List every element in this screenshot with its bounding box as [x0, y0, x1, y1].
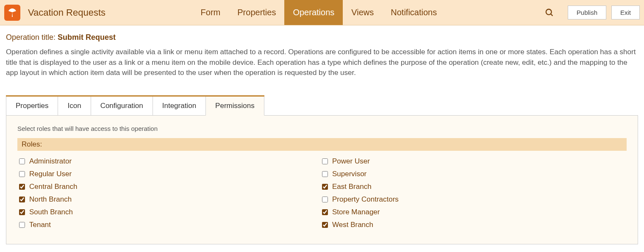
- role-label[interactable]: Central Branch: [29, 183, 77, 191]
- roles-column-right: Power UserSupervisorEast BranchProperty …: [322, 155, 625, 231]
- publish-button[interactable]: Publish: [568, 6, 606, 19]
- content-area: Operation title: Submit Request Operatio…: [0, 25, 644, 244]
- role-checkbox[interactable]: [19, 158, 25, 164]
- role-checkbox[interactable]: [19, 197, 25, 202]
- role-label[interactable]: West Branch: [332, 221, 373, 229]
- role-item: Property Contractors: [322, 193, 625, 206]
- role-item: Central Branch: [19, 180, 322, 193]
- role-item: West Branch: [322, 219, 625, 231]
- role-checkbox[interactable]: [19, 222, 25, 228]
- role-checkbox[interactable]: [322, 209, 328, 215]
- role-label[interactable]: Supervisor: [332, 170, 366, 178]
- subtab-properties[interactable]: Properties: [6, 97, 58, 116]
- permissions-instruction: Select roles that will have access to th…: [17, 125, 627, 132]
- role-label[interactable]: Administrator: [29, 157, 72, 166]
- role-item: Supervisor: [322, 168, 625, 180]
- operation-title-prefix: Operation title:: [6, 33, 58, 42]
- sub-tabs: PropertiesIconConfigurationIntegrationPe…: [6, 97, 264, 116]
- nav-tab-notifications[interactable]: Notifications: [382, 0, 445, 25]
- roles-grid: AdministratorRegular UserCentral BranchN…: [17, 155, 627, 231]
- role-label[interactable]: Tenant: [29, 221, 51, 229]
- role-item: South Branch: [19, 206, 322, 219]
- app-title: Vacation Requests: [28, 7, 105, 18]
- role-label[interactable]: Power User: [332, 157, 370, 166]
- nav-tab-properties[interactable]: Properties: [229, 0, 284, 25]
- role-checkbox[interactable]: [322, 171, 328, 177]
- nav-tab-form[interactable]: Form: [192, 0, 229, 25]
- svg-line-1: [551, 14, 553, 16]
- topbar-actions: Publish Exit: [545, 6, 640, 19]
- subtab-configuration[interactable]: Configuration: [91, 97, 153, 116]
- operation-title-value: Submit Request: [58, 33, 116, 42]
- role-label[interactable]: Property Contractors: [332, 195, 399, 204]
- svg-point-0: [546, 9, 552, 14]
- top-bar: Vacation Requests FormPropertiesOperatio…: [0, 0, 644, 25]
- nav-tab-views[interactable]: Views: [343, 0, 382, 25]
- app-icon: [4, 5, 20, 21]
- role-item: North Branch: [19, 193, 322, 206]
- subtab-permissions[interactable]: Permissions: [205, 97, 264, 116]
- role-checkbox[interactable]: [19, 184, 25, 190]
- role-checkbox[interactable]: [19, 171, 25, 177]
- role-label[interactable]: North Branch: [29, 195, 72, 204]
- role-checkbox[interactable]: [322, 222, 328, 228]
- role-item: Store Manager: [322, 206, 625, 219]
- nav-tab-operations[interactable]: Operations: [284, 0, 343, 25]
- role-label[interactable]: East Branch: [332, 183, 372, 191]
- operation-title-line: Operation title: Submit Request: [6, 33, 638, 42]
- role-checkbox[interactable]: [322, 184, 328, 190]
- sub-tabs-wrap: PropertiesIconConfigurationIntegrationPe…: [6, 95, 264, 116]
- role-item: East Branch: [322, 180, 625, 193]
- role-checkbox[interactable]: [322, 197, 328, 202]
- subtab-icon[interactable]: Icon: [58, 97, 91, 116]
- permissions-panel: Select roles that will have access to th…: [6, 115, 638, 244]
- role-item: Regular User: [19, 168, 322, 180]
- role-label[interactable]: Store Manager: [332, 208, 380, 216]
- subtab-integration[interactable]: Integration: [153, 97, 206, 116]
- operation-description: Operation defines a single activity avai…: [6, 47, 638, 78]
- role-label[interactable]: South Branch: [29, 208, 73, 216]
- role-checkbox[interactable]: [19, 209, 25, 215]
- roles-column-left: AdministratorRegular UserCentral BranchN…: [19, 155, 322, 231]
- role-item: Power User: [322, 155, 625, 168]
- role-label[interactable]: Regular User: [29, 170, 72, 178]
- role-item: Tenant: [19, 219, 322, 231]
- main-nav-tabs: FormPropertiesOperationsViewsNotificatio…: [192, 0, 446, 25]
- roles-header: Roles:: [17, 138, 627, 151]
- role-checkbox[interactable]: [322, 158, 328, 164]
- exit-button[interactable]: Exit: [611, 6, 640, 19]
- search-icon[interactable]: [545, 8, 554, 17]
- role-item: Administrator: [19, 155, 322, 168]
